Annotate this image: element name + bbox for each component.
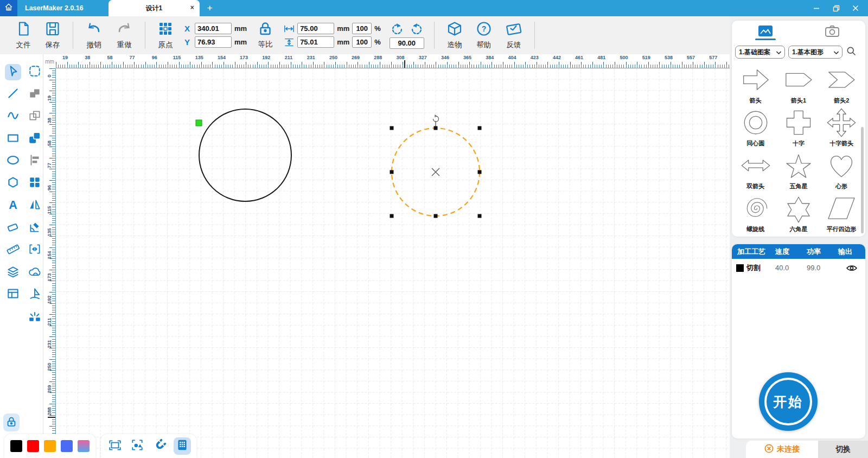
- tool-pin[interactable]: [27, 287, 43, 303]
- selection-handle[interactable]: [390, 126, 394, 130]
- color-swatch-4[interactable]: [61, 440, 73, 452]
- rotate-angle-input[interactable]: [390, 37, 424, 49]
- tool-split[interactable]: [27, 309, 43, 325]
- shape-item-arc[interactable]: [734, 233, 777, 237]
- tool-layers[interactable]: [5, 264, 21, 281]
- eye-icon[interactable]: [838, 264, 865, 272]
- h-ruler-label: 96: [152, 55, 157, 60]
- feedback-button[interactable]: 反馈: [505, 21, 522, 50]
- y-input[interactable]: [195, 36, 232, 48]
- process-row[interactable]: 切割40.099.0: [732, 259, 865, 277]
- tool-select[interactable]: [5, 64, 21, 80]
- selection-handle[interactable]: [478, 126, 482, 130]
- rotate-ccw-icon[interactable]: [390, 22, 404, 36]
- shape-item-star5[interactable]: 五角星: [777, 148, 820, 190]
- maximize-icon[interactable]: [828, 0, 844, 16]
- tool-polygon[interactable]: [5, 175, 21, 192]
- shape-item-peak[interactable]: [820, 233, 863, 237]
- titlebar: LaserMaker 2.0.16 设计1 × +: [0, 0, 868, 16]
- home-button[interactable]: [0, 0, 17, 16]
- tool-measure-angle[interactable]: [27, 220, 43, 236]
- patterns-icon: [758, 25, 773, 39]
- shape-item-heart[interactable]: 心形: [820, 148, 863, 190]
- tool-table[interactable]: [5, 287, 21, 303]
- shape-item-arrow-pentagon[interactable]: 箭头1: [777, 62, 820, 105]
- tool-weld[interactable]: [27, 131, 43, 147]
- category-dropdown-1[interactable]: 1.基础图案: [735, 46, 785, 59]
- color-swatch-5[interactable]: [78, 440, 90, 452]
- rotate-cw-icon[interactable]: [410, 22, 424, 36]
- tab-camera[interactable]: [799, 24, 865, 40]
- category-dropdown-2[interactable]: 1.基本图形: [788, 46, 843, 59]
- file-button[interactable]: 文件: [15, 21, 31, 50]
- selection-handle[interactable]: [390, 170, 394, 174]
- shape-item-cross[interactable]: 十字: [777, 105, 820, 148]
- create-button[interactable]: 造物: [446, 21, 463, 50]
- x-input[interactable]: [195, 23, 232, 34]
- v-ruler-label: 211: [47, 316, 52, 327]
- frame-button[interactable]: [106, 437, 124, 455]
- green-marker[interactable]: [196, 120, 202, 126]
- tool-curve[interactable]: [5, 109, 21, 125]
- shape-item-four-way-arrow[interactable]: 十字箭头: [820, 105, 863, 148]
- color-swatch-2[interactable]: [27, 440, 39, 452]
- lock-ratio-button[interactable]: 等比: [258, 21, 273, 49]
- tool-cloud[interactable]: [27, 264, 43, 281]
- width-input[interactable]: [297, 23, 334, 34]
- rotate-controls: [390, 22, 424, 49]
- selection-handle[interactable]: [434, 214, 438, 218]
- tool-group[interactable]: [27, 175, 43, 192]
- shape-item-spiral[interactable]: 螺旋线: [734, 190, 777, 233]
- tool-text[interactable]: A: [5, 198, 21, 214]
- transform-button[interactable]: [129, 437, 146, 455]
- selection-handle[interactable]: [478, 214, 482, 218]
- magnet-button[interactable]: [151, 437, 169, 455]
- height-percent-input[interactable]: [352, 36, 372, 48]
- tool-line[interactable]: [5, 86, 21, 103]
- active-tab-underline: [755, 39, 776, 40]
- shape-item-double-arrow[interactable]: 双箭头: [734, 148, 777, 190]
- shape-item-concentric-circles[interactable]: 同心圆: [734, 105, 777, 148]
- tool-ellipse[interactable]: [5, 153, 21, 169]
- lock-canvas-button[interactable]: [3, 414, 20, 431]
- shape-item-arrow-right[interactable]: 箭头: [734, 62, 777, 105]
- squares-outline-icon: [28, 109, 42, 125]
- gallery-scrollbar[interactable]: [861, 127, 864, 233]
- height-input[interactable]: [297, 36, 334, 48]
- search-icon[interactable]: [846, 46, 857, 59]
- shape-item-arrow-chevron[interactable]: 箭头2: [820, 62, 863, 105]
- shape-item-star6[interactable]: 六角星: [777, 190, 820, 233]
- save-button[interactable]: 保存: [44, 21, 61, 50]
- selection-handle[interactable]: [478, 170, 482, 174]
- tool-marquee[interactable]: [27, 64, 43, 80]
- tool-stretch[interactable]: [27, 242, 43, 258]
- tool-arrange[interactable]: [27, 86, 43, 103]
- start-button[interactable]: 开始: [759, 372, 818, 431]
- close-tab-icon[interactable]: ×: [190, 4, 194, 11]
- color-swatch-1[interactable]: [10, 440, 22, 452]
- tab-patterns[interactable]: [732, 25, 799, 39]
- shape-item-parallelogram[interactable]: 平行四边形: [820, 190, 863, 233]
- tool-ruler[interactable]: [5, 242, 21, 258]
- minimize-icon[interactable]: [808, 0, 825, 16]
- redo-button[interactable]: 重做: [116, 21, 133, 50]
- tool-eraser[interactable]: [5, 220, 21, 236]
- document-tab[interactable]: 设计1 ×: [108, 0, 200, 16]
- close-icon[interactable]: [847, 0, 864, 16]
- grid-button[interactable]: [174, 437, 191, 455]
- width-percent-input[interactable]: [352, 23, 372, 34]
- selection-handle[interactable]: [390, 214, 394, 218]
- canvas-grid[interactable]: [56, 68, 730, 458]
- origin-button[interactable]: 原点: [157, 21, 174, 50]
- selection-handle[interactable]: [434, 126, 438, 130]
- undo-button[interactable]: 撤销: [85, 21, 103, 50]
- switch-device-button[interactable]: 切换: [818, 441, 868, 458]
- new-tab-button[interactable]: +: [207, 3, 213, 14]
- tool-rectangle[interactable]: [5, 131, 21, 147]
- process-header: 加工工艺速度功率输出: [732, 244, 865, 259]
- help-button[interactable]: ? 帮助: [476, 21, 492, 50]
- tool-align[interactable]: [27, 153, 43, 169]
- tool-subtract[interactable]: [27, 109, 43, 125]
- color-swatch-3[interactable]: [44, 440, 56, 452]
- tool-mirror[interactable]: [27, 198, 43, 214]
